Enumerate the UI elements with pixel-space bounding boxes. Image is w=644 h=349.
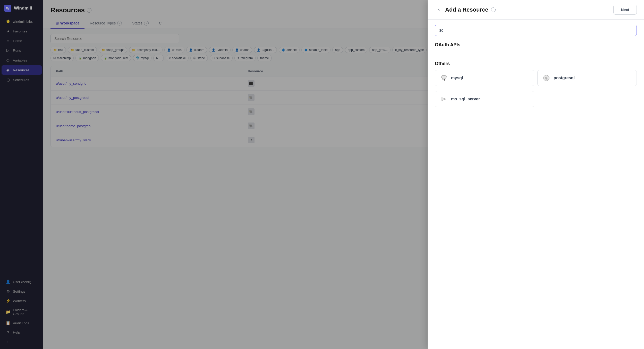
oauth-empty xyxy=(435,51,637,54)
modal-body: OAuth APIs Others sql mysql 🐘 xyxy=(428,20,644,349)
modal-close-button[interactable]: × xyxy=(435,6,443,14)
close-icon: × xyxy=(437,7,440,12)
resource-card-postgresql[interactable]: 🐘 postgresql xyxy=(537,70,637,86)
modal-title-row: × Add a Resource i xyxy=(435,6,496,14)
postgresql-card-icon: 🐘 xyxy=(542,74,550,82)
resource-row-single: ms_sql_server xyxy=(435,91,637,107)
modal-title-info-icon[interactable]: i xyxy=(491,7,496,12)
svg-marker-4 xyxy=(442,98,446,101)
modal-next-button[interactable]: Next xyxy=(613,5,637,15)
svg-text:🐘: 🐘 xyxy=(545,77,548,80)
modal-title: Add a Resource xyxy=(445,6,488,13)
oauth-section-title: OAuth APIs xyxy=(435,42,637,48)
add-resource-modal: × Add a Resource i Next OAuth APIs Other… xyxy=(428,0,644,349)
mysql-card-label: mysql xyxy=(451,76,463,80)
ms-sql-card-icon xyxy=(440,95,448,103)
mysql-card-icon: sql xyxy=(440,74,448,82)
resource-card-ms-sql[interactable]: ms_sql_server xyxy=(435,91,534,107)
postgresql-card-label: postgresql xyxy=(554,76,575,80)
svg-text:sql: sql xyxy=(442,78,445,81)
ms-sql-card-label: ms_sql_server xyxy=(451,97,480,101)
others-section-title: Others xyxy=(435,61,637,66)
resource-card-mysql[interactable]: sql mysql xyxy=(435,70,534,86)
modal-header: × Add a Resource i Next xyxy=(428,0,644,20)
resource-grid: sql mysql 🐘 postgresql xyxy=(435,70,637,86)
modal-search-input[interactable] xyxy=(435,25,637,36)
